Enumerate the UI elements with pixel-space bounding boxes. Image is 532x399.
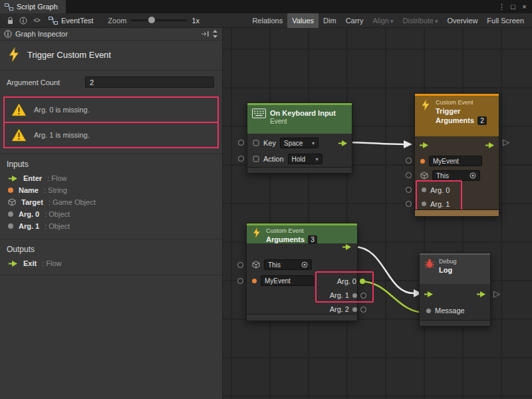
zoom-slider-handle[interactable] [148, 17, 155, 23]
values-button[interactable]: Values [287, 13, 319, 28]
carry-button[interactable]: Carry [341, 13, 368, 28]
flow-in-port[interactable] [419, 142, 429, 149]
inputs-section-title: Inputs [0, 154, 222, 172]
graph-asset[interactable]: EventTest [49, 17, 93, 25]
align-button[interactable]: Align▾ [368, 13, 398, 28]
warning-item: Arg. 1 is missing. [3, 122, 219, 148]
event-name-port[interactable] [237, 278, 243, 284]
wire-arg0-to-message [360, 281, 425, 313]
target-row: This [415, 168, 499, 183]
target-field[interactable]: This [264, 259, 312, 270]
action-input-port[interactable] [238, 156, 244, 162]
node-footer [420, 320, 490, 326]
dim-button[interactable]: Dim [319, 13, 341, 28]
object-picker-icon[interactable] [469, 172, 476, 179]
full-screen-button[interactable]: Full Screen [482, 13, 529, 28]
argument-count-badge: 2 [477, 116, 487, 125]
flow-in-port[interactable] [424, 291, 434, 298]
target-port[interactable] [237, 262, 243, 268]
graph-inspector-panel: Graph Inspector Trigger Custom Event Arg… [0, 28, 223, 399]
tab-script-graph[interactable]: Script Graph [0, 0, 66, 13]
relations-button[interactable]: Relations [247, 13, 287, 28]
unit-title-text: Trigger Custom Event [27, 50, 111, 60]
flow-row [415, 136, 499, 154]
arg0-out-row: Arg. 0 [337, 275, 365, 287]
node-body: This MyEvent Arg. 0 Arg. 1 [247, 243, 357, 315]
lock-icon[interactable] [3, 13, 17, 28]
node-body: Key Space▾ Action Hold▾ [247, 134, 352, 168]
arg0-out-port[interactable] [360, 279, 365, 284]
object-dot-icon [352, 293, 357, 298]
argument-count-row: Argument Count 2 [0, 70, 222, 94]
window-menu-icon[interactable]: ⋮ [496, 3, 507, 11]
code-icon[interactable]: <> [30, 13, 43, 28]
arg2-out-port[interactable] [360, 307, 366, 313]
cube-icon [8, 198, 16, 206]
input-row-arg1: Arg. 1Object [0, 220, 222, 232]
caret-down-icon: ▾ [316, 156, 319, 162]
cube-icon [420, 172, 428, 180]
node-debug-log[interactable]: Debug Log Message [419, 253, 491, 327]
object-dot-icon [8, 223, 13, 229]
target-row: This [252, 259, 312, 270]
output-row-exit: ExitFlow [0, 257, 222, 269]
flow-out-port[interactable] [485, 142, 495, 149]
event-name-field[interactable]: MyEvent [261, 275, 314, 286]
node-title: On Keyboard Input [270, 108, 336, 118]
target-field[interactable]: This [432, 170, 480, 181]
graph-asset-name: EventTest [61, 17, 93, 25]
warning-text: Arg. 1 is missing. [34, 131, 90, 139]
node-footer [415, 209, 499, 216]
info-icon[interactable] [17, 13, 30, 28]
action-dropdown[interactable]: Hold▾ [288, 154, 323, 164]
flow-out-port[interactable] [342, 243, 352, 251]
node-header: Custom Event Arguments3 [247, 223, 357, 243]
keyboard-icon [252, 108, 266, 118]
node-category: Debug [439, 258, 457, 265]
flow-out-port[interactable] [476, 291, 486, 298]
lightning-bolt-icon [7, 47, 21, 62]
arg1-out-row: Arg. 1 [330, 289, 366, 301]
arg1-out-port[interactable] [360, 293, 366, 299]
dock-icon[interactable] [201, 31, 209, 37]
flow-out-port[interactable] [338, 140, 348, 147]
input-row-arg0: Arg. 0Object [0, 208, 222, 220]
message-port[interactable] [426, 309, 431, 313]
arg1-port[interactable] [406, 201, 412, 207]
distribute-button[interactable]: Distribute▾ [398, 13, 443, 28]
window-controls: ⋮ □ × [496, 0, 532, 13]
node-title-line1: Trigger [436, 106, 487, 116]
zoom-slider[interactable] [131, 19, 187, 21]
inspector-header: Graph Inspector [0, 28, 222, 41]
carry-indicator-icon: ▷ [503, 137, 509, 147]
node-trigger-custom-event[interactable]: Custom Event Trigger Arguments2 MyEvent … [414, 93, 499, 217]
argument-count-input[interactable]: 2 [85, 76, 214, 88]
arg1-row: Arg. 1 [415, 197, 499, 211]
key-dropdown[interactable]: Space▾ [280, 138, 319, 148]
event-name-field[interactable]: MyEvent [429, 156, 482, 166]
warning-text: Arg. 0 is missing. [34, 106, 90, 114]
node-on-keyboard-input[interactable]: On Keyboard Input Event Key Space▾ Actio… [247, 102, 352, 174]
window-maximize-icon[interactable]: □ [507, 3, 519, 11]
node-title-line2: Arguments2 [436, 116, 487, 125]
arg0-port[interactable] [406, 187, 412, 193]
action-row: Action Hold▾ [253, 151, 348, 167]
target-port[interactable] [406, 172, 412, 178]
warning-icon [11, 128, 27, 142]
overview-button[interactable]: Overview [443, 13, 483, 28]
graph-canvas[interactable]: On Keyboard Input Event Key Space▾ Actio… [223, 28, 532, 399]
window-close-icon[interactable]: × [519, 3, 530, 11]
object-dot-icon [422, 201, 426, 206]
event-name-row: MyEvent [252, 275, 314, 286]
object-picker-icon[interactable] [301, 261, 308, 268]
event-name-port[interactable] [406, 158, 412, 164]
carry-indicator-icon: ▷ [493, 289, 500, 299]
key-input-port[interactable] [238, 140, 244, 146]
node-custom-event-arguments[interactable]: Custom Event Arguments3 This MyEvent [246, 223, 358, 321]
scroll-buttons-icon[interactable] [212, 29, 218, 39]
cube-icon [252, 261, 260, 269]
socket-icon [253, 156, 259, 162]
node-header: Custom Event Trigger Arguments2 [415, 94, 499, 136]
node-header: On Keyboard Input Event [247, 103, 352, 134]
tab-bar: Script Graph ⋮ □ × [0, 0, 532, 13]
